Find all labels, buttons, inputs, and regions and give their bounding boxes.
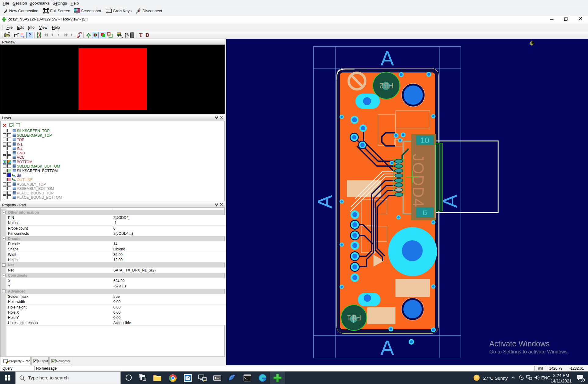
svg-text:2: 2 [582,378,584,382]
svg-text:FB1: FB1 [347,314,361,322]
svg-text:?: ? [79,33,81,38]
svg-text:A: A [380,47,394,70]
svg-text:10: 10 [421,136,429,145]
svg-text:A: A [314,195,336,209]
svg-text:Go to Settings to activate Win: Go to Settings to activate Windows. [489,349,569,354]
svg-text:9: 9 [423,208,427,217]
svg-text:A: A [380,336,394,359]
svg-text:Activate Windows: Activate Windows [489,339,549,348]
